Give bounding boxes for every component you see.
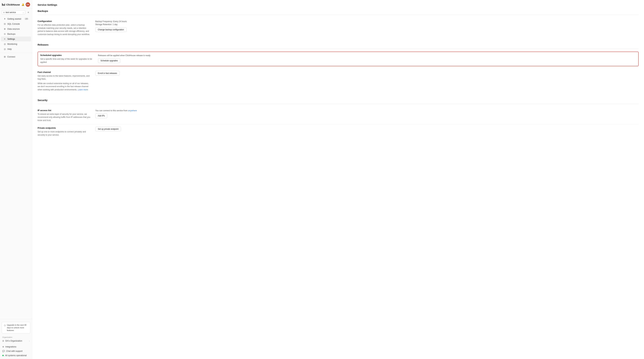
sidebar-item-backups[interactable]: ⊙ Backups	[1, 31, 31, 36]
ip-access-left: IP access list To ensure an extra layer …	[38, 109, 91, 122]
anywhere-link[interactable]: anywhere	[128, 109, 137, 112]
notification-bell-icon[interactable]: 🔔	[22, 3, 24, 6]
logo-bar-1	[2, 3, 2, 6]
monitoring-icon: ◎	[3, 43, 6, 45]
upgrade-box[interactable]: ◷ Upgrade in the next 30 days to unlock …	[2, 322, 30, 334]
ip-access-info-prefix: You can connect to this service from	[95, 109, 128, 112]
system-status-label: All systems operational	[5, 354, 27, 357]
integrations-label: Integrations	[5, 346, 16, 348]
integrations-icon: ⊕	[2, 346, 4, 348]
org-icon: ⊞	[2, 340, 4, 342]
scheduled-upgrades-status: Releases will be applied when ClickHouse…	[98, 54, 636, 57]
security-divider	[38, 104, 639, 104]
ip-access-info: You can connect to this service from any…	[95, 109, 639, 112]
backup-config-row: Configuration For an effective data prot…	[38, 18, 639, 38]
fast-channel-right: Enroll in fast releases	[95, 71, 639, 91]
sidebar-item-settings[interactable]: ≡ Settings	[1, 36, 31, 41]
main-content: Service Settings Backups Configuration F…	[32, 0, 644, 359]
service-dropdown[interactable]: ⊟ test service ⌄	[2, 10, 25, 14]
ip-access-right: You can connect to this service from any…	[95, 109, 639, 122]
chat-support-link[interactable]: 💬 Chat with support	[0, 349, 32, 353]
private-endpoints-row: Private endpoints Set up one or more end…	[38, 125, 639, 139]
upgrade-text: Upgrade in the next 30 days to unlock mo…	[7, 324, 28, 332]
learn-more-link[interactable]: Learn more	[78, 88, 88, 91]
backup-config-label: Configuration	[38, 20, 91, 22]
fast-channel-desc2: While we conduct extensive testing on al…	[38, 82, 91, 91]
org-section: Organization ⊞ DA's Organization ›	[0, 335, 32, 344]
main-nav: ✦ Getting started 1/5 ⊟ SQL Console ⊕ Da…	[0, 15, 32, 319]
org-item[interactable]: ⊞ DA's Organization ›	[2, 339, 30, 343]
org-name: DA's Organization	[5, 340, 22, 342]
fast-channel-row: Fast channel Get early access to the lat…	[38, 69, 639, 94]
sidebar-item-data-sources[interactable]: ⊕ Data sources	[1, 26, 31, 31]
sidebar-item-label: Help	[8, 48, 12, 50]
private-endpoints-left: Private endpoints Set up one or more end…	[38, 127, 91, 136]
logo-bar-3	[4, 4, 4, 6]
ip-access-desc: To ensure an extra layer of security for…	[38, 113, 91, 122]
backup-config-right: Backup Frequency: Every 24 hours Storage…	[95, 20, 639, 36]
bottom-links: ⊕ Integrations 💬 Chat with support All s…	[0, 344, 32, 358]
org-label: Organization	[2, 336, 30, 338]
sidebar-item-label: Backups	[8, 33, 16, 35]
backups-section: Backups Configuration For an effective d…	[38, 9, 639, 38]
app-name: ClickHouse	[6, 3, 20, 6]
scheduled-upgrades-desc: Set a specific time and day of the week …	[40, 57, 94, 64]
schedule-upgrades-button[interactable]: Schedule upgrades	[98, 58, 120, 63]
service-selector: ⊟ test service ⌄ +	[2, 10, 30, 14]
sidebar-item-getting-started[interactable]: ✦ Getting started 1/5	[1, 16, 31, 21]
chat-support-label: Chat with support	[6, 350, 22, 352]
security-section: Security IP access list To ensure an ext…	[38, 99, 639, 139]
change-backup-button[interactable]: Change backup configuration	[95, 27, 126, 32]
add-service-button[interactable]: +	[26, 10, 30, 14]
sidebar-item-label: SQL Console	[8, 23, 20, 25]
backup-frequency: Backup Frequency: Every 24 hours	[95, 20, 639, 23]
getting-started-icon: ✦	[3, 17, 6, 20]
fast-channel-left: Fast channel Get early access to the lat…	[38, 71, 91, 91]
service-name: test service	[6, 11, 16, 13]
sidebar-item-monitoring[interactable]: ◎ Monitoring	[1, 41, 31, 46]
service-selector-icon: ⊟	[3, 11, 5, 13]
fast-channel-label: Fast channel	[38, 71, 91, 73]
backups-section-title: Backups	[38, 9, 639, 12]
sidebar-item-label: Data sources	[8, 28, 20, 30]
releases-section: Releases Scheduled upgrades Set a specif…	[38, 43, 639, 94]
connect-icon: ⊞	[3, 55, 6, 58]
scheduled-upgrades-label: Scheduled upgrades	[40, 54, 94, 56]
page-title: Service Settings	[38, 3, 639, 6]
backup-config-left: Configuration For an effective data prot…	[38, 20, 91, 36]
settings-icon: ≡	[3, 38, 6, 40]
releases-divider	[38, 48, 639, 49]
sidebar-item-help[interactable]: ◎ Help	[1, 47, 31, 51]
backups-icon: ⊙	[3, 33, 6, 35]
sidebar-header: ClickHouse 🔔 DA	[0, 0, 32, 8]
sidebar-item-sql-console[interactable]: ⊟ SQL Console	[1, 21, 31, 26]
help-icon: ◎	[3, 48, 6, 50]
sidebar-item-connect[interactable]: ⊞ Connect	[1, 54, 31, 59]
ip-access-row: IP access list To ensure an extra layer …	[38, 107, 639, 125]
fast-channel-desc1: Get early access to the latest features,…	[38, 74, 91, 81]
add-ips-button[interactable]: Add IPs	[95, 113, 107, 118]
service-dropdown-label: ⊟ test service	[3, 11, 16, 13]
enroll-fast-releases-button[interactable]: Enroll in fast releases	[95, 71, 120, 76]
sql-console-icon: ⊟	[3, 23, 6, 25]
backup-freq-info: Backup Frequency: Every 24 hours Storage…	[95, 20, 639, 26]
upgrade-icon: ◷	[4, 324, 6, 327]
chevron-down-icon: ⌄	[22, 11, 24, 13]
avatar[interactable]: DA	[26, 2, 30, 7]
logo-bar-4	[4, 4, 5, 6]
backups-divider	[38, 15, 639, 15]
backup-config-desc: For an effective data protection plan, s…	[38, 23, 91, 36]
sidebar: ClickHouse 🔔 DA ⊟ test service ⌄ + ✦ Get…	[0, 0, 32, 359]
integrations-link[interactable]: ⊕ Integrations	[0, 345, 32, 349]
ip-access-label: IP access list	[38, 109, 91, 112]
scheduled-upgrades-right: Releases will be applied when ClickHouse…	[98, 54, 636, 64]
status-dot-icon	[2, 355, 4, 356]
scheduled-upgrades-row: Scheduled upgrades Set a specific time a…	[38, 52, 639, 66]
sidebar-item-label: Connect	[8, 56, 15, 58]
setup-private-endpoint-button[interactable]: Set up private endpoint	[95, 127, 121, 131]
header-actions: 🔔 DA	[22, 2, 30, 7]
security-section-title: Security	[38, 99, 639, 102]
releases-section-title: Releases	[38, 43, 639, 46]
system-status-link[interactable]: All systems operational	[0, 353, 32, 358]
sidebar-item-label: Getting started	[8, 18, 21, 20]
